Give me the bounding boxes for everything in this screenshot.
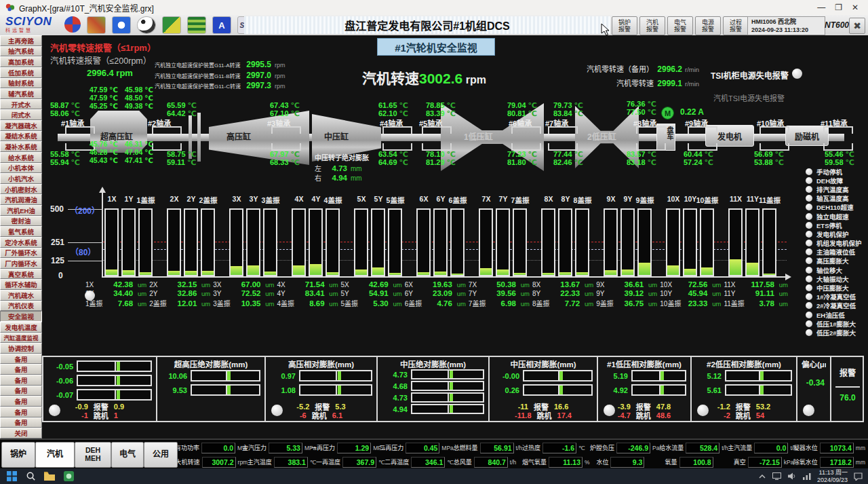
alarm-item-label: 2#冷凝真空低 — [816, 301, 856, 310]
alarm-low: -0.9 — [75, 403, 88, 411]
sidebar-item-凝补水系统-10[interactable]: 凝补水系统 — [0, 141, 42, 152]
tray-speaker-icon[interactable] — [787, 472, 797, 481]
notification-icon[interactable] — [853, 472, 863, 481]
sidebar-item-汽机仪表-25[interactable]: 汽机仪表 — [0, 301, 42, 312]
ytick-125: 125 — [51, 256, 64, 265]
page-title: #1汽轮机安全监视 — [377, 38, 495, 56]
sidebar-item-小机密封水-14[interactable]: 小机密封水 — [0, 184, 42, 195]
search-icon[interactable] — [23, 470, 38, 483]
nav-button-电气[interactable]: 电气 — [111, 442, 144, 468]
sidebar-item-定冷水系统-19[interactable]: 定冷水系统 — [0, 237, 42, 248]
books-icon[interactable] — [187, 16, 206, 34]
alarm-button-锅炉报警[interactable]: 锅炉 报警 — [612, 16, 637, 35]
bar-label-11盖振: 11盖振 — [754, 195, 785, 205]
sidebar-item-备用-32[interactable]: 备用 — [0, 375, 42, 386]
nav-button-公用[interactable]: 公用 — [144, 442, 178, 468]
sidebar-item-开式水-6[interactable]: 开式水 — [0, 99, 42, 110]
trip-high: 6.1 — [332, 411, 342, 420]
nav-button-锅炉[interactable]: 锅炉 — [1, 442, 35, 468]
reading-unit: um — [580, 300, 593, 308]
reading-row: 5Y54.91um — [341, 289, 402, 298]
taskbar-clock[interactable]: 11:13 周一 2024/09/23 — [817, 469, 848, 484]
sidebar-item-厂内循环水-21[interactable]: 厂内循环水 — [0, 258, 42, 269]
bearing-temps-bottom-#4轴承: 63.54 ℃64.69 ℃ — [378, 150, 408, 166]
sidebar-item-小机本体-12[interactable]: 小机本体 — [0, 163, 42, 174]
alarm-indicator-icon — [806, 312, 812, 318]
alarm-low: -5.2 — [296, 403, 309, 411]
reading-name: 4Y — [277, 290, 304, 297]
file-explorer-icon[interactable] — [42, 470, 57, 483]
reading-name: 4盖振 — [277, 298, 304, 308]
sidebar-item-汽机EH油-16[interactable]: 汽机EH油 — [0, 205, 42, 216]
sidebar-item-循环水辅助-23[interactable]: 循环水辅助 — [0, 279, 42, 290]
sidebar-item-备用-35[interactable]: 备用 — [0, 407, 42, 417]
app-swirl-icon[interactable] — [64, 16, 81, 33]
sidebar-item-抽汽系统-1[interactable]: 抽汽系统 — [0, 46, 42, 57]
nav-button-DEH MEH[interactable]: DEH MEH — [75, 442, 111, 468]
sidebar-item-发电机温度-27[interactable]: 发电机温度 — [0, 322, 42, 333]
toolbar-close-button[interactable]: ✖ — [849, 18, 865, 34]
sidebar-item-安全监视-26[interactable]: 安全监视 — [0, 311, 42, 322]
sidebar-item-闭式水-7[interactable]: 闭式水 — [0, 109, 42, 120]
sidebar-item-关闭-37[interactable]: 关闭 — [0, 428, 42, 439]
panel-高压相对膨胀(mm): 高压相对膨胀(mm)0.971.08-5.2报警5.3-6跳机6.1 — [266, 357, 378, 421]
sidebar-item-小机汽水-13[interactable]: 小机汽水 — [0, 173, 42, 184]
sidebar-item-主再旁路-0[interactable]: 主再旁路 — [0, 35, 42, 46]
status-label: 总风量 — [454, 458, 472, 466]
status-label: 烟气氧量 — [522, 458, 547, 466]
start-button[interactable] — [4, 470, 19, 483]
sidebar-item-真空系统-22[interactable]: 真空系统 — [0, 269, 42, 280]
sidebar-item-辅汽系统-5[interactable]: 辅汽系统 — [0, 88, 42, 99]
alarm-item-label: 独立电超速 — [816, 212, 849, 221]
sidebar-item-协调控制-29[interactable]: 协调控制 — [0, 343, 42, 354]
sidebar-item-低加系统-3[interactable]: 低加系统 — [0, 67, 42, 78]
sidebar-item-高加系统-2[interactable]: 高加系统 — [0, 56, 42, 67]
bearing-temps-bottom-#1轴承: 55.58 ℃55.94 ℃ — [50, 150, 80, 166]
sidebar-item-汽机疏水-24[interactable]: 汽机疏水 — [0, 290, 42, 301]
sidebar-item-汽缸温度监视-28[interactable]: 汽缸温度监视 — [0, 333, 42, 343]
minimize-icon[interactable]: — — [817, 3, 825, 12]
sidebar-item-汽机润滑油-15[interactable]: 汽机润滑油 — [0, 194, 42, 205]
sidebar-item-氢气系统-18[interactable]: 氢气系统 — [0, 226, 42, 237]
overspeed-protection-rows: 汽机独立电超速保护装置G11-A转速2995.5rpm汽机独立电超速保护装置G1… — [155, 60, 285, 92]
reading-name: 11X — [724, 281, 751, 288]
alarm-item-label: 手动停机 — [816, 167, 842, 176]
bar-fill-9X — [605, 270, 616, 275]
alarm-button-电源报警[interactable]: 电源 报警 — [695, 16, 721, 35]
sidebar-item-轴封系统-4[interactable]: 轴封系统 — [0, 78, 42, 89]
reading-name: 7X — [469, 281, 496, 288]
sidebar-item-给水系统-11[interactable]: 给水系统 — [0, 152, 42, 163]
alarm-button-汽机报警[interactable]: 汽机 报警 — [639, 16, 665, 35]
status-item-一再温度: 一再温度367.9℃ — [316, 457, 384, 468]
panda-icon[interactable] — [137, 16, 156, 34]
sidebar-item-凝汽器疏水-8[interactable]: 凝汽器疏水 — [0, 120, 42, 131]
alarm-button-电气报警[interactable]: 电气 报警 — [667, 16, 693, 35]
ip-label: 中压缸 — [324, 130, 349, 142]
sidebar-item-备用-30[interactable]: 备用 — [0, 354, 42, 365]
reading-value: 4.76 — [432, 299, 452, 308]
bearing-bracket-top — [271, 126, 301, 134]
graphx-taskbar-icon[interactable] — [61, 470, 76, 483]
sidebar-item-厂外循环水-20[interactable]: 厂外循环水 — [0, 248, 42, 259]
alarm-button-过程报警[interactable]: 过程 报警 — [723, 16, 749, 35]
maximize-icon[interactable]: ❐ — [835, 3, 842, 12]
sidebar-item-密封油-17[interactable]: 密封油 — [0, 216, 42, 227]
tray-monitor-icon[interactable] — [772, 472, 782, 481]
sidebar-item-备用-33[interactable]: 备用 — [0, 386, 42, 396]
tray-chevron-up-icon[interactable] — [757, 472, 767, 481]
tray-network-icon[interactable] — [802, 472, 812, 481]
trend-ring-icon[interactable] — [112, 16, 131, 34]
sidebar-item-备用-31[interactable]: 备用 — [0, 364, 42, 375]
reading-row: 2X32.15um — [149, 280, 210, 289]
close-icon[interactable]: ✕ — [852, 3, 859, 12]
status-label: 一再压力 — [311, 443, 335, 452]
font-a-icon[interactable]: A — [212, 16, 231, 34]
sidebar-item-凝结水系统-9[interactable]: 凝结水系统 — [0, 131, 42, 142]
sidebar-item-备用-34[interactable]: 备用 — [0, 396, 42, 407]
cards-icon[interactable] — [162, 16, 181, 34]
nav-button-汽机[interactable]: 汽机 — [35, 442, 75, 468]
alarm-item-主油箱液位低: 主油箱液位低 — [806, 248, 862, 257]
sidebar-item-备用-36[interactable]: 备用 — [0, 417, 42, 428]
palette-icon[interactable] — [87, 16, 106, 34]
ip-expansion-label: 左 — [315, 163, 324, 173]
